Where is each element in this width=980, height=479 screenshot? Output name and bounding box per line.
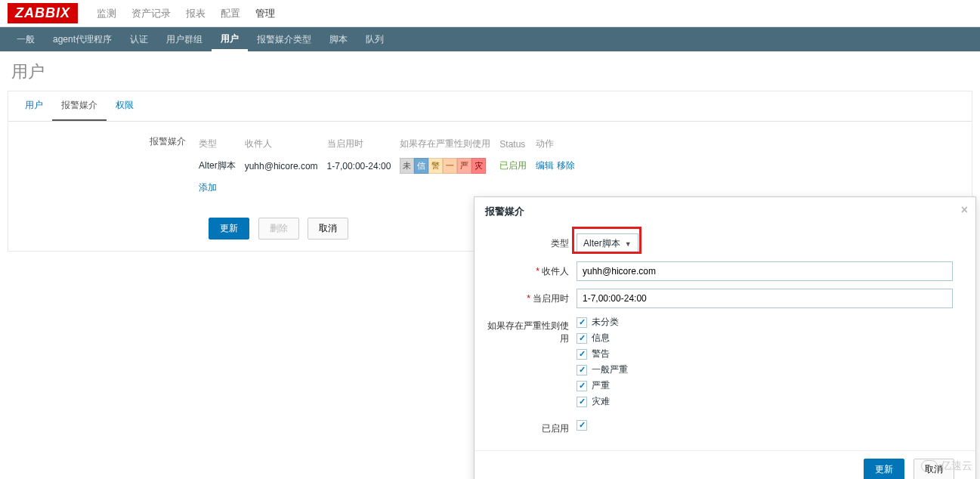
severity-checkbox-1[interactable]: ✓ <box>577 333 587 344</box>
subnav-queue[interactable]: 队列 <box>357 28 393 51</box>
modal-enabled-checkbox[interactable]: ✓ <box>577 420 587 431</box>
modal-footer: 更新 取消 <box>475 450 975 479</box>
severity-checkbox-0[interactable]: ✓ <box>577 317 587 328</box>
severity-badge-0: 未 <box>400 158 414 174</box>
topnav-configuration[interactable]: 配置 <box>213 1 248 26</box>
severity-badge-3: 一 <box>443 158 457 174</box>
severity-label-1: 信息 <box>592 332 610 345</box>
cell-actions: 编辑 移除 <box>536 155 582 177</box>
update-button[interactable]: 更新 <box>209 218 249 240</box>
severity-badge-5: 灾 <box>471 158 486 174</box>
severity-label-4: 严重 <box>592 379 610 392</box>
cell-type: Alter脚本 <box>199 155 243 177</box>
subnav-scripts[interactable]: 脚本 <box>320 28 357 51</box>
subnav-auth[interactable]: 认证 <box>121 28 157 51</box>
severity-label-5: 灾难 <box>592 395 610 408</box>
tab-permissions[interactable]: 权限 <box>107 91 143 121</box>
delete-button: 删除 <box>258 218 299 240</box>
modal-severity-group: ✓未分类 ✓信息 ✓警告 ✓一般严重 ✓严重 ✓灾难 <box>577 316 953 411</box>
media-table-row: Alter脚本 yuhh@hicore.com 1-7,00:00-24:00 … <box>199 155 583 177</box>
th-type: 类型 <box>199 134 243 153</box>
modal-when-input[interactable] <box>577 289 953 308</box>
subnav-proxies[interactable]: agent代理程序 <box>44 28 121 51</box>
severity-badge-1: 信 <box>414 158 428 174</box>
modal-sendto-input[interactable] <box>577 261 953 281</box>
tab-user[interactable]: 用户 <box>16 91 52 121</box>
modal-body: 类型 Alter脚本 *收件人 *当启用时 如果存在严重性则使用 ✓未分类 ✓信… <box>475 226 975 450</box>
media-table: 类型 收件人 当启用时 如果存在严重性则使用 Status 动作 Alter脚本… <box>197 133 584 199</box>
severity-label-0: 未分类 <box>592 316 619 329</box>
th-sendto: 收件人 <box>245 134 326 153</box>
subnav-general[interactable]: 一般 <box>8 28 44 51</box>
subnav-users[interactable]: 用户 <box>212 27 248 51</box>
modal-header: 报警媒介 × <box>475 197 975 226</box>
severity-label-2: 警告 <box>592 348 610 360</box>
action-edit[interactable]: 编辑 <box>536 160 554 171</box>
modal-title: 报警媒介 <box>485 206 524 217</box>
top-nav: ZABBIX 监测 资产记录 报表 配置 管理 <box>0 0 980 27</box>
severity-badge-2: 警 <box>428 158 443 174</box>
tab-media[interactable]: 报警媒介 <box>52 91 107 121</box>
severity-badge-4: 严 <box>457 158 471 174</box>
cell-severity: 未信警一严灾 <box>400 155 498 177</box>
th-when: 当启用时 <box>327 134 399 153</box>
modal-when-label: *当启用时 <box>482 289 577 305</box>
modal-sendto-label: *收件人 <box>482 261 577 278</box>
modal-update-button[interactable]: 更新 <box>864 459 904 479</box>
page-title: 用户 <box>0 51 980 91</box>
subnav-mediatypes[interactable]: 报警媒介类型 <box>248 28 320 51</box>
cancel-button[interactable]: 取消 <box>308 218 348 240</box>
topnav-monitoring[interactable]: 监测 <box>89 1 124 26</box>
severity-checkbox-2[interactable]: ✓ <box>577 349 587 360</box>
th-severity: 如果存在严重性则使用 <box>400 134 498 153</box>
topnav-reports[interactable]: 报表 <box>178 1 213 26</box>
th-status: Status <box>499 134 534 153</box>
modal-type-select[interactable]: Alter脚本 <box>577 233 638 254</box>
logo: ZABBIX <box>8 3 78 23</box>
severity-label-3: 一般严重 <box>592 363 628 376</box>
sub-nav: 一般 agent代理程序 认证 用户群组 用户 报警媒介类型 脚本 队列 <box>0 27 980 51</box>
subnav-usergroups[interactable]: 用户群组 <box>157 28 212 51</box>
cloud-icon <box>921 460 938 472</box>
action-remove[interactable]: 移除 <box>557 160 575 171</box>
tabs: 用户 报警媒介 权限 <box>8 91 972 122</box>
media-table-header: 类型 收件人 当启用时 如果存在严重性则使用 Status 动作 <box>199 134 583 153</box>
cell-status[interactable]: 已启用 <box>499 155 534 177</box>
modal-type-label: 类型 <box>482 233 577 250</box>
watermark-text: 亿速云 <box>941 459 972 473</box>
severity-checkbox-5[interactable]: ✓ <box>577 397 587 407</box>
watermark: 亿速云 <box>921 459 972 473</box>
modal-severity-label: 如果存在严重性则使用 <box>482 316 577 345</box>
severity-checkbox-3[interactable]: ✓ <box>577 365 587 375</box>
add-media-link[interactable]: 添加 <box>199 182 217 193</box>
modal-enabled-label: 已启用 <box>482 419 577 435</box>
cell-sendto: yuhh@hicore.com <box>245 155 326 177</box>
media-section-label: 报警媒介 <box>23 133 197 199</box>
severity-checkbox-4[interactable]: ✓ <box>577 381 587 391</box>
th-actions: 动作 <box>536 134 582 153</box>
cell-when: 1-7,00:00-24:00 <box>327 155 399 177</box>
topnav-administration[interactable]: 管理 <box>248 1 283 26</box>
media-modal: 报警媒介 × 类型 Alter脚本 *收件人 *当启用时 如果存在严重性则使用 … <box>474 196 976 479</box>
close-icon[interactable]: × <box>961 203 968 217</box>
topnav-inventory[interactable]: 资产记录 <box>124 1 178 26</box>
